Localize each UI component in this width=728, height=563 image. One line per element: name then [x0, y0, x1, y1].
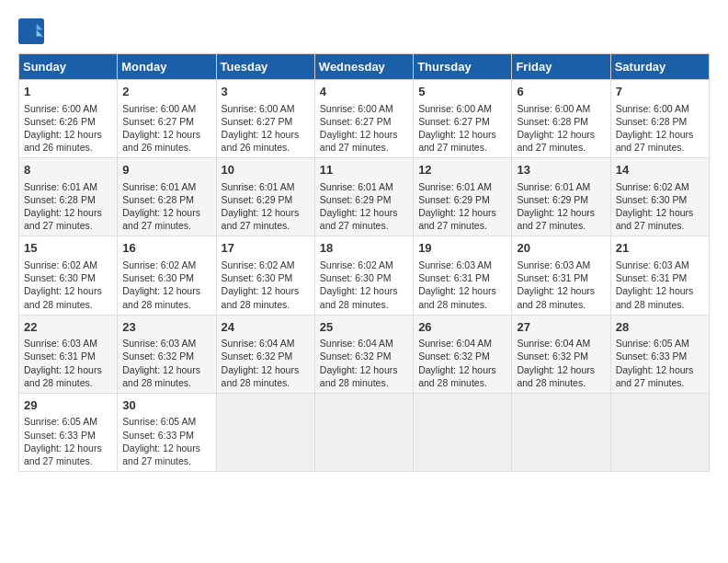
sunset-text: Sunset: 6:28 PM [517, 116, 588, 127]
day-number: 8 [24, 162, 112, 178]
day-number: 13 [517, 162, 605, 178]
weekday-header-sunday: Sunday [19, 54, 118, 80]
day-number: 24 [222, 319, 310, 336]
daylight-text: Daylight: 12 hours and 26 minutes. [122, 129, 200, 153]
sunset-text: Sunset: 6:31 PM [418, 272, 490, 283]
day-number: 15 [24, 240, 112, 257]
daylight-text: Daylight: 12 hours and 28 minutes. [222, 285, 300, 309]
day-number: 25 [320, 319, 408, 336]
sunset-text: Sunset: 6:27 PM [122, 116, 194, 127]
sunrise-text: Sunrise: 6:00 AM [222, 103, 295, 114]
sunset-text: Sunset: 6:32 PM [517, 350, 588, 362]
calendar-week-row: 15Sunrise: 6:02 AMSunset: 6:30 PMDayligh… [19, 236, 710, 315]
daylight-text: Daylight: 12 hours and 26 minutes. [24, 129, 102, 153]
sunrise-text: Sunrise: 6:04 AM [320, 338, 393, 349]
calendar-cell: 17Sunrise: 6:02 AMSunset: 6:30 PMDayligh… [216, 236, 314, 315]
daylight-text: Daylight: 12 hours and 28 minutes. [616, 285, 694, 309]
daylight-text: Daylight: 12 hours and 27 minutes. [320, 129, 398, 153]
daylight-text: Daylight: 12 hours and 27 minutes. [122, 207, 200, 231]
day-number: 17 [222, 240, 310, 257]
calendar-cell: 5Sunrise: 6:00 AMSunset: 6:27 PMDaylight… [414, 80, 512, 158]
daylight-text: Daylight: 12 hours and 27 minutes. [222, 207, 300, 231]
day-number: 19 [418, 240, 506, 257]
calendar-cell: 21Sunrise: 6:03 AMSunset: 6:31 PMDayligh… [610, 236, 709, 315]
calendar-cell: 30Sunrise: 6:05 AMSunset: 6:33 PMDayligh… [118, 393, 216, 471]
day-number: 7 [616, 84, 704, 100]
day-number: 20 [517, 240, 605, 257]
day-number: 9 [122, 162, 210, 178]
calendar-cell: 26Sunrise: 6:04 AMSunset: 6:32 PMDayligh… [414, 315, 512, 393]
sunrise-text: Sunrise: 6:05 AM [24, 416, 97, 427]
calendar-cell: 12Sunrise: 6:01 AMSunset: 6:29 PMDayligh… [414, 158, 512, 236]
daylight-text: Daylight: 12 hours and 27 minutes. [122, 442, 200, 466]
calendar-cell [216, 393, 314, 471]
sunrise-text: Sunrise: 6:01 AM [222, 181, 295, 192]
day-number: 5 [418, 84, 506, 100]
day-number: 16 [122, 240, 210, 257]
sunrise-text: Sunrise: 6:04 AM [418, 338, 492, 349]
sunset-text: Sunset: 6:30 PM [24, 272, 96, 283]
daylight-text: Daylight: 12 hours and 28 minutes. [122, 285, 200, 309]
sunset-text: Sunset: 6:28 PM [616, 116, 688, 127]
daylight-text: Daylight: 12 hours and 28 minutes. [24, 285, 102, 309]
day-number: 21 [616, 240, 704, 257]
sunset-text: Sunset: 6:28 PM [24, 194, 96, 205]
sunset-text: Sunset: 6:27 PM [418, 116, 490, 127]
day-number: 29 [24, 397, 112, 414]
day-number: 30 [122, 397, 210, 414]
weekday-header-tuesday: Tuesday [216, 54, 314, 80]
sunrise-text: Sunrise: 6:01 AM [517, 181, 590, 192]
daylight-text: Daylight: 12 hours and 27 minutes. [24, 442, 102, 466]
day-number: 3 [222, 84, 310, 100]
calendar-cell: 20Sunrise: 6:03 AMSunset: 6:31 PMDayligh… [512, 236, 610, 315]
sunrise-text: Sunrise: 6:01 AM [320, 181, 393, 192]
calendar-cell: 19Sunrise: 6:03 AMSunset: 6:31 PMDayligh… [414, 236, 512, 315]
calendar-cell: 24Sunrise: 6:04 AMSunset: 6:32 PMDayligh… [216, 315, 314, 393]
day-number: 11 [320, 162, 408, 178]
calendar-cell: 10Sunrise: 6:01 AMSunset: 6:29 PMDayligh… [216, 158, 314, 236]
sunset-text: Sunset: 6:31 PM [616, 272, 688, 283]
calendar-table: SundayMondayTuesdayWednesdayThursdayFrid… [18, 53, 710, 472]
daylight-text: Daylight: 12 hours and 27 minutes. [616, 364, 694, 388]
calendar-cell: 8Sunrise: 6:01 AMSunset: 6:28 PMDaylight… [19, 158, 118, 236]
sunset-text: Sunset: 6:26 PM [24, 116, 96, 127]
calendar-week-row: 1Sunrise: 6:00 AMSunset: 6:26 PMDaylight… [19, 80, 710, 158]
sunset-text: Sunset: 6:31 PM [24, 350, 96, 362]
calendar-cell: 25Sunrise: 6:04 AMSunset: 6:32 PMDayligh… [314, 315, 413, 393]
calendar-cell: 1Sunrise: 6:00 AMSunset: 6:26 PMDaylight… [19, 80, 118, 158]
calendar-cell [512, 393, 610, 471]
sunrise-text: Sunrise: 6:03 AM [418, 259, 492, 270]
weekday-header-wednesday: Wednesday [314, 54, 413, 80]
daylight-text: Daylight: 12 hours and 28 minutes. [122, 364, 200, 388]
day-number: 6 [517, 84, 605, 100]
sunrise-text: Sunrise: 6:00 AM [616, 103, 689, 114]
calendar-cell: 15Sunrise: 6:02 AMSunset: 6:30 PMDayligh… [19, 236, 118, 315]
sunrise-text: Sunrise: 6:02 AM [24, 259, 97, 270]
calendar-cell: 2Sunrise: 6:00 AMSunset: 6:27 PMDaylight… [118, 80, 216, 158]
sunrise-text: Sunrise: 6:00 AM [517, 103, 590, 114]
calendar-cell: 4Sunrise: 6:00 AMSunset: 6:27 PMDaylight… [314, 80, 413, 158]
day-number: 18 [320, 240, 408, 257]
sunrise-text: Sunrise: 6:03 AM [616, 259, 689, 270]
sunrise-text: Sunrise: 6:02 AM [320, 259, 393, 270]
daylight-text: Daylight: 12 hours and 28 minutes. [24, 364, 102, 388]
daylight-text: Daylight: 12 hours and 27 minutes. [418, 207, 496, 231]
calendar-cell: 23Sunrise: 6:03 AMSunset: 6:32 PMDayligh… [118, 315, 216, 393]
daylight-text: Daylight: 12 hours and 28 minutes. [222, 364, 300, 388]
calendar-cell: 13Sunrise: 6:01 AMSunset: 6:29 PMDayligh… [512, 158, 610, 236]
sunrise-text: Sunrise: 6:00 AM [320, 103, 393, 114]
sunset-text: Sunset: 6:33 PM [122, 430, 194, 441]
sunset-text: Sunset: 6:32 PM [320, 350, 392, 362]
sunset-text: Sunset: 6:27 PM [320, 116, 392, 127]
calendar-cell: 6Sunrise: 6:00 AMSunset: 6:28 PMDaylight… [512, 80, 610, 158]
sunrise-text: Sunrise: 6:05 AM [122, 416, 196, 427]
daylight-text: Daylight: 12 hours and 28 minutes. [418, 364, 496, 388]
weekday-header-monday: Monday [118, 54, 216, 80]
calendar-cell: 18Sunrise: 6:02 AMSunset: 6:30 PMDayligh… [314, 236, 413, 315]
weekday-header-friday: Friday [512, 54, 610, 80]
day-number: 23 [122, 319, 210, 336]
sunset-text: Sunset: 6:32 PM [418, 350, 490, 362]
header [18, 18, 710, 44]
day-number: 26 [418, 319, 506, 336]
calendar-week-row: 8Sunrise: 6:01 AMSunset: 6:28 PMDaylight… [19, 158, 710, 236]
